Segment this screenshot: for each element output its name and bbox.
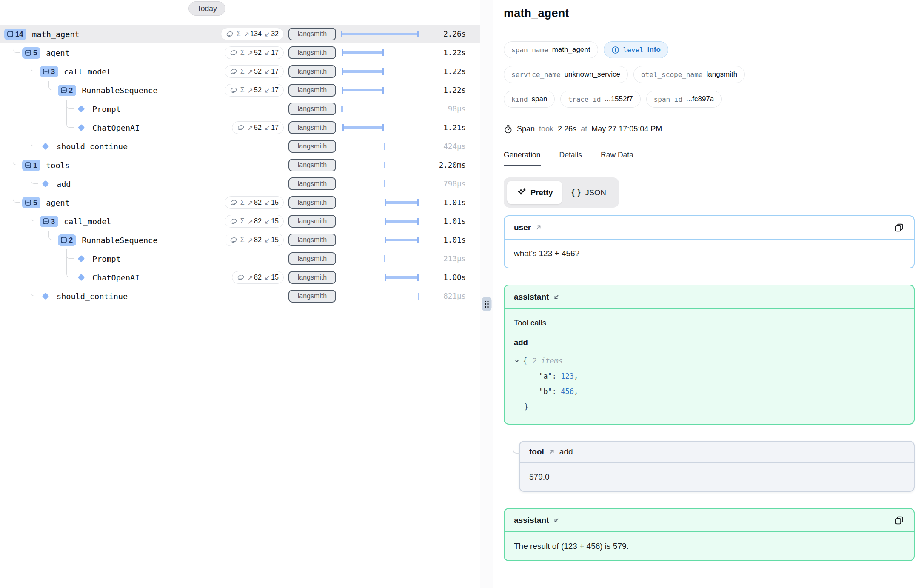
trace-row[interactable]: 2RunnableSequenceΣ↗82↙15langsmith1.01s bbox=[0, 231, 480, 249]
trace-row[interactable]: 5agentΣ↗52↙17langsmith1.22s bbox=[0, 43, 480, 62]
arrow-down-left-icon bbox=[553, 517, 560, 524]
collapse-minus-icon bbox=[60, 237, 67, 243]
token-cell: Σ↗52↙17 bbox=[211, 84, 284, 97]
tag-cell: langsmith bbox=[288, 234, 336, 246]
langsmith-tag[interactable]: langsmith bbox=[288, 28, 336, 40]
copy-button[interactable] bbox=[894, 515, 904, 525]
assistant-message-card: assistantThe result of (123 + 456) is 57… bbox=[504, 508, 915, 561]
trace-row[interactable]: 3call_modelΣ↗52↙17langsmith1.22s bbox=[0, 62, 480, 81]
arrow-down-left-icon: ↙ bbox=[265, 86, 270, 94]
metadata-pill-level: levelInfo bbox=[604, 41, 668, 58]
trace-row[interactable]: Promptlangsmith98µs bbox=[0, 100, 480, 118]
collapse-badge[interactable]: 3 bbox=[40, 66, 58, 77]
tree-connector-line bbox=[31, 81, 31, 100]
collapse-badge[interactable]: 2 bbox=[58, 85, 76, 96]
langsmith-tag[interactable]: langsmith bbox=[288, 65, 336, 78]
trace-row[interactable]: ChatOpenAI↗52↙17langsmith1.21s bbox=[0, 118, 480, 137]
langsmith-tag[interactable]: langsmith bbox=[288, 215, 336, 228]
tab-details[interactable]: Details bbox=[559, 151, 582, 166]
message-text: 579.0 bbox=[529, 472, 550, 481]
collapse-minus-icon bbox=[43, 218, 49, 225]
tree-connector-line bbox=[31, 62, 31, 81]
langsmith-tag[interactable]: langsmith bbox=[288, 271, 336, 284]
langsmith-tag[interactable]: langsmith bbox=[288, 159, 336, 171]
token-cell: ↗82↙15 bbox=[211, 271, 284, 284]
panel-splitter[interactable] bbox=[480, 0, 493, 588]
span-name-label: RunnableSequence bbox=[82, 236, 157, 245]
trace-row-name-cell: Prompt bbox=[0, 100, 211, 118]
langsmith-tag[interactable]: langsmith bbox=[288, 196, 336, 209]
collapse-badge[interactable]: 5 bbox=[22, 197, 40, 208]
duration-label: 1.01s bbox=[425, 198, 466, 207]
leaf-diamond-icon bbox=[78, 124, 85, 131]
trace-row[interactable]: should_continuelangsmith424µs bbox=[0, 137, 480, 156]
tag-cell: langsmith bbox=[288, 84, 336, 97]
input-tokens: ↗52 bbox=[248, 68, 262, 76]
arrow-up-right-icon: ↗ bbox=[248, 86, 253, 94]
tree-connector-line bbox=[66, 100, 67, 118]
json-key: "b" bbox=[539, 387, 552, 396]
span-name-label: agent bbox=[46, 198, 70, 207]
pretty-view-button[interactable]: Pretty bbox=[507, 181, 562, 204]
waterfall-cell bbox=[341, 249, 419, 268]
collapse-badge[interactable]: 3 bbox=[40, 216, 58, 227]
token-coin-icon bbox=[226, 30, 234, 38]
tree-connector-elbow bbox=[66, 268, 74, 277]
arrow-up-right-icon: ↗ bbox=[248, 68, 253, 76]
waterfall-cell bbox=[341, 174, 419, 193]
tab-generation[interactable]: Generation bbox=[504, 151, 541, 166]
trace-row[interactable]: should_continuelangsmith821µs bbox=[0, 287, 480, 305]
langsmith-tag[interactable]: langsmith bbox=[288, 234, 336, 246]
input-tokens: ↗82 bbox=[248, 236, 262, 244]
today-date-pill[interactable]: Today bbox=[188, 1, 225, 16]
copy-button[interactable] bbox=[894, 222, 904, 233]
trace-row[interactable]: addlangsmith798µs bbox=[0, 174, 480, 193]
collapse-badge[interactable]: 1 bbox=[22, 160, 40, 171]
collapse-badge[interactable]: 2 bbox=[58, 234, 76, 246]
trace-row[interactable]: Promptlangsmith213µs bbox=[0, 249, 480, 268]
json-open-line: {2 items bbox=[514, 353, 904, 368]
langsmith-tag[interactable]: langsmith bbox=[288, 177, 336, 190]
json-view-button[interactable]: { } JSON bbox=[562, 181, 615, 204]
arrow-down-left-icon: ↙ bbox=[265, 236, 270, 244]
trace-row[interactable]: 14math_agentΣ↗134↙32langsmith2.26s bbox=[0, 25, 480, 43]
collapse-badge[interactable]: 5 bbox=[22, 47, 40, 59]
splitter-drag-handle-icon[interactable] bbox=[482, 297, 492, 311]
span-title: math_agent bbox=[504, 7, 915, 20]
pill-value: math_agent bbox=[552, 46, 590, 54]
info-icon bbox=[611, 46, 619, 54]
tag-cell: langsmith bbox=[288, 103, 336, 115]
trace-row[interactable]: 5agentΣ↗82↙15langsmith1.01s bbox=[0, 193, 480, 212]
tag-cell: langsmith bbox=[288, 28, 336, 40]
langsmith-tag[interactable]: langsmith bbox=[288, 290, 336, 303]
tab-raw-data[interactable]: Raw Data bbox=[601, 151, 633, 166]
span-name-label: add bbox=[57, 180, 71, 188]
input-tokens: ↗134 bbox=[244, 30, 262, 38]
trace-row[interactable]: ChatOpenAI↗82↙15langsmith1.00s bbox=[0, 268, 480, 287]
arrow-up-right-icon bbox=[548, 448, 555, 455]
trace-row-inner: ChatOpenAI bbox=[76, 123, 140, 132]
tree-connector-line bbox=[66, 249, 67, 268]
langsmith-tag[interactable]: langsmith bbox=[288, 46, 336, 59]
tag-cell: langsmith bbox=[288, 46, 336, 59]
chevron-down-icon[interactable] bbox=[514, 358, 520, 364]
collapse-badge[interactable]: 14 bbox=[4, 29, 26, 40]
span-name-label: tools bbox=[46, 161, 70, 170]
timing-took-word: took bbox=[539, 125, 553, 134]
sigma-icon: Σ bbox=[240, 236, 245, 244]
trace-row[interactable]: 1toolslangsmith2.20ms bbox=[0, 156, 480, 174]
leaf-diamond-icon bbox=[42, 293, 49, 300]
duration-bar bbox=[342, 51, 384, 54]
langsmith-tag[interactable]: langsmith bbox=[288, 103, 336, 115]
pill-value: unknown_service bbox=[565, 70, 620, 79]
trace-row[interactable]: 2RunnableSequenceΣ↗52↙17langsmith1.22s bbox=[0, 81, 480, 100]
trace-row[interactable]: 3call_modelΣ↗82↙15langsmith1.01s bbox=[0, 212, 480, 231]
langsmith-tag[interactable]: langsmith bbox=[288, 84, 336, 97]
pill-value: ...fc897a bbox=[686, 95, 714, 103]
langsmith-tag[interactable]: langsmith bbox=[288, 121, 336, 134]
metadata-pill-span_id: span_id...fc897a bbox=[646, 91, 722, 108]
langsmith-tag[interactable]: langsmith bbox=[288, 140, 336, 153]
langsmith-tag[interactable]: langsmith bbox=[288, 252, 336, 265]
span-name-label: call_model bbox=[64, 217, 111, 226]
duration-label: 1.00s bbox=[425, 273, 466, 282]
